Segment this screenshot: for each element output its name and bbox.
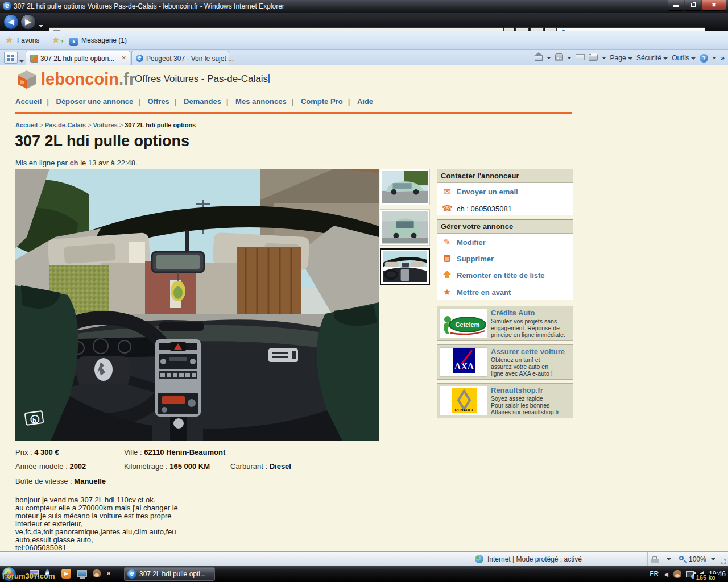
- ad-renault[interactable]: RENAULT Renaultshop.fr Soyez assez rapid…: [437, 383, 573, 418]
- leboncoin-logo[interactable]: leboncoin.fr: [41, 70, 135, 89]
- favorites-label[interactable]: Favoris: [17, 36, 39, 44]
- leboncoin-logo-icon[interactable]: [15, 69, 38, 90]
- favorites-star-icon[interactable]: ★: [6, 35, 13, 44]
- ad-cetelem-title[interactable]: Crédits Auto: [491, 309, 535, 317]
- feature-star-icon: ★: [442, 287, 452, 297]
- ad-axa[interactable]: AXA Assurer cette voiture Obtenez un tar…: [437, 344, 573, 380]
- thumbnail-1[interactable]: [380, 169, 430, 205]
- listing-photo-illustration: b: [15, 169, 379, 441]
- messagerie-label[interactable]: Messagerie (1): [81, 36, 127, 44]
- protected-mode-button[interactable]: [647, 552, 675, 567]
- page-content: leboncoin.fr Offres Voitures - Pas-de-Ca…: [0, 65, 728, 551]
- quick-tabs-button[interactable]: [4, 52, 18, 64]
- help-icon[interactable]: ?: [700, 54, 708, 63]
- text-cursor: [268, 74, 270, 83]
- arrow-up-icon: [442, 271, 452, 280]
- orange-divider: [15, 112, 572, 114]
- breadcrumb-accueil[interactable]: Accueil: [15, 122, 38, 128]
- tab-active[interactable]: 307 2L hdi pulle option... ✕: [26, 51, 130, 65]
- command-bar: Page Sécurité Outils ? »: [535, 52, 725, 64]
- taskbar: e ▶ » e 307 2L hdi pulle opti... FR ◀ 19…: [0, 566, 728, 582]
- svg-text:RENAULT: RENAULT: [455, 408, 474, 412]
- tab-favicon: [30, 55, 38, 63]
- address-bar-row: ◀ ▶ http://www.leboncoin.fr/voitures/999…: [0, 13, 728, 31]
- manage-box: Gérer votre annonce ✎ Modifier Supprimer…: [437, 219, 573, 300]
- thumbnail-3-selected[interactable]: [380, 248, 430, 285]
- restore-button[interactable]: [685, 0, 701, 11]
- detail-boite: Boîte de vitesse : Manuelle: [15, 477, 106, 485]
- add-favorite-icon[interactable]: ★➜: [52, 35, 64, 44]
- manage-box-title: Gérer votre annonce: [437, 220, 573, 234]
- listing-photo[interactable]: b: [15, 169, 379, 441]
- quicklaunch-media-player-icon[interactable]: ▶: [61, 569, 72, 579]
- main-nav: Accueil| Déposer une annonce| Offres| De…: [15, 97, 378, 106]
- thumbnail-2[interactable]: [380, 209, 430, 246]
- delete-link[interactable]: Supprimer: [457, 255, 494, 263]
- cetelem-logo: Cetelem: [440, 309, 487, 338]
- tab-close-icon[interactable]: ✕: [122, 55, 126, 61]
- posted-line: Mis en ligne par ch le 13 avr à 22:48.: [15, 159, 138, 167]
- bump-link[interactable]: Remonter en tête de liste: [457, 271, 545, 280]
- ad-cetelem[interactable]: Cetelem Crédits Auto Simulez vos projets…: [437, 306, 573, 341]
- edit-icon: ✎: [442, 237, 452, 247]
- detail-annee: Année-modèle : 2002: [15, 462, 86, 471]
- detail-prix: Prix : 4 300 €: [15, 448, 59, 456]
- screenshot-root: e 307 2L hdi pulle options Voitures Pas-…: [0, 0, 728, 582]
- quicklaunch-overflow-icon[interactable]: »: [107, 569, 110, 576]
- tools-menu[interactable]: Outils: [672, 54, 696, 62]
- modify-link[interactable]: Modifier: [457, 238, 486, 247]
- nav-accueil[interactable]: Accueil: [15, 97, 42, 106]
- detail-kilometrage: Kilométrage : 165 000 KM: [124, 462, 210, 471]
- detail-ville: Ville : 62110 Hénin-Beaumont: [124, 448, 225, 456]
- tray-emule-icon[interactable]: [673, 570, 681, 578]
- nav-compte-pro[interactable]: Compte Pro: [301, 97, 343, 106]
- feature-link[interactable]: Mettre en avant: [457, 288, 511, 297]
- svg-text:Cetelem: Cetelem: [456, 321, 480, 328]
- phone-icon: ☎: [442, 203, 452, 214]
- security-menu[interactable]: Sécurité: [636, 54, 668, 62]
- quicklaunch-display-icon[interactable]: [77, 569, 88, 579]
- send-email-link[interactable]: Envoyer un email: [457, 188, 518, 196]
- renault-logo: RENAULT: [440, 386, 487, 415]
- page-menu[interactable]: Page: [610, 54, 632, 62]
- resize-grip[interactable]: [720, 558, 727, 565]
- nav-aide[interactable]: Aide: [357, 97, 373, 106]
- ad-axa-title[interactable]: Assurer cette voiture: [491, 347, 565, 356]
- email-icon: ✉: [442, 186, 452, 197]
- tab-list-dropdown-icon[interactable]: [19, 56, 24, 66]
- forward-button[interactable]: ▶: [20, 14, 36, 30]
- ad-renault-title[interactable]: Renaultshop.fr: [491, 386, 543, 394]
- axa-logo: AXA: [440, 347, 487, 377]
- print-icon[interactable]: [589, 54, 598, 63]
- nav-mes-annonces[interactable]: Mes annonces: [235, 97, 287, 106]
- nav-offres[interactable]: Offres: [148, 97, 169, 106]
- language-indicator[interactable]: FR: [650, 570, 659, 578]
- quicklaunch-emule-icon[interactable]: [93, 569, 103, 580]
- zoom-level: 100%: [689, 555, 706, 563]
- zone-text: Internet | Mode protégé : activé: [487, 555, 582, 563]
- feeds-icon[interactable]: [555, 53, 563, 63]
- poster-link[interactable]: ch: [69, 159, 78, 167]
- back-button[interactable]: ◀: [3, 14, 19, 30]
- breadcrumb-category[interactable]: Voitures: [93, 122, 117, 128]
- trash-icon: [442, 254, 452, 264]
- taskbar-task-button[interactable]: e 307 2L hdi pulle opti...: [124, 567, 215, 581]
- overflow-chevron-icon[interactable]: »: [721, 54, 725, 62]
- internet-zone-globe-icon: [475, 555, 483, 563]
- tray-expand-icon[interactable]: ◀: [664, 571, 668, 577]
- svg-text:AXA: AXA: [454, 361, 474, 371]
- read-mail-icon[interactable]: [576, 54, 585, 62]
- history-dropdown-icon[interactable]: [39, 20, 43, 31]
- zoom-control[interactable]: 100%: [675, 552, 720, 567]
- close-button[interactable]: ✖: [702, 0, 726, 11]
- breadcrumb-region[interactable]: Pas-de-Calais: [45, 122, 86, 128]
- messagerie-icon[interactable]: ★: [69, 35, 78, 46]
- contact-box: Contacter l'annonceur ✉ Envoyer un email…: [437, 169, 573, 215]
- favorites-bar: ★ Favoris ★➜ ★ Messagerie (1): [0, 31, 728, 50]
- nav-demandes[interactable]: Demandes: [184, 97, 221, 106]
- minimize-button[interactable]: ▬: [668, 0, 684, 11]
- tab-inactive[interactable]: e Peugeot 307 - Voir le sujet ...: [131, 51, 229, 65]
- home-icon[interactable]: [535, 53, 543, 63]
- breadcrumb: Accueil > Pas-de-Calais > Voitures > 307…: [15, 122, 196, 128]
- nav-deposer[interactable]: Déposer une annonce: [56, 97, 134, 106]
